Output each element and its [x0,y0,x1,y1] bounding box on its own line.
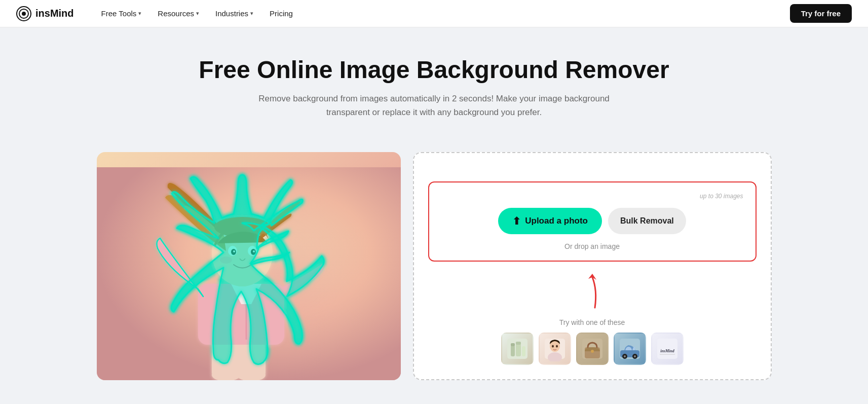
chevron-down-icon: ▾ [250,10,253,17]
try-for-free-button[interactable]: Try for free [790,4,852,23]
hero-section: Free Online Image Background Remover Rem… [0,27,868,136]
sample-thumb-logo[interactable]: insMind [651,333,684,365]
chevron-down-icon: ▾ [196,10,199,17]
upload-icon: ⬆ [512,215,521,227]
logo-link[interactable]: insMind [16,6,74,21]
nav-resources[interactable]: Resources ▾ [150,6,206,21]
svg-point-41 [624,355,626,357]
svg-point-33 [556,345,558,347]
brand-name: insMind [35,8,74,19]
nav-pricing[interactable]: Pricing [262,6,300,21]
upload-panel: up to 30 images ⬆ Upload a photo Bulk Re… [413,152,772,380]
logo-icon [16,6,31,21]
navbar-nav: Free Tools ▾ Resources ▾ Industries ▾ Pr… [94,6,790,21]
hero-title: Free Online Image Background Remover [12,56,856,84]
svg-rect-25 [511,343,515,346]
svg-point-32 [552,345,554,347]
sample-thumb-cosmetics[interactable] [501,333,534,365]
upload-box-header: up to 30 images [441,193,743,200]
girl-illustration [97,167,401,380]
svg-text:insMind: insMind [660,349,675,353]
upload-photo-button[interactable]: ⬆ Upload a photo [498,208,602,234]
nav-free-tools[interactable]: Free Tools ▾ [94,6,149,21]
main-content: up to 30 images ⬆ Upload a photo Bulk Re… [85,152,784,380]
arrow-container [428,270,757,310]
upload-buttons-row: ⬆ Upload a photo Bulk Removal [441,208,743,234]
try-samples-section: Try with one of these [428,318,757,365]
svg-rect-27 [516,342,521,345]
nav-industries[interactable]: Industries ▾ [208,6,260,21]
sample-thumb-handbag[interactable] [576,333,609,365]
arrow-icon [577,270,608,310]
svg-point-36 [591,350,594,353]
drop-hint: Or drop an image [564,242,620,250]
svg-point-42 [634,355,636,357]
sample-thumb-woman[interactable] [539,333,571,365]
try-samples-label: Try with one of these [559,318,625,326]
bulk-removal-button[interactable]: Bulk Removal [608,208,686,234]
svg-point-2 [22,12,26,16]
svg-rect-26 [516,344,521,356]
sample-thumb-car[interactable] [614,333,646,365]
chevron-down-icon: ▾ [138,10,141,17]
up-to-label: up to 30 images [700,193,743,200]
svg-rect-24 [511,345,515,356]
hero-subtitle: Remove background from images automatica… [257,92,612,119]
upload-box: up to 30 images ⬆ Upload a photo Bulk Re… [428,181,757,262]
navbar: insMind Free Tools ▾ Resources ▾ Industr… [0,0,868,27]
demo-image-panel [97,152,401,380]
svg-rect-28 [522,346,525,356]
sample-thumbnails: insMind [501,333,684,365]
demo-image-inner [97,152,401,380]
